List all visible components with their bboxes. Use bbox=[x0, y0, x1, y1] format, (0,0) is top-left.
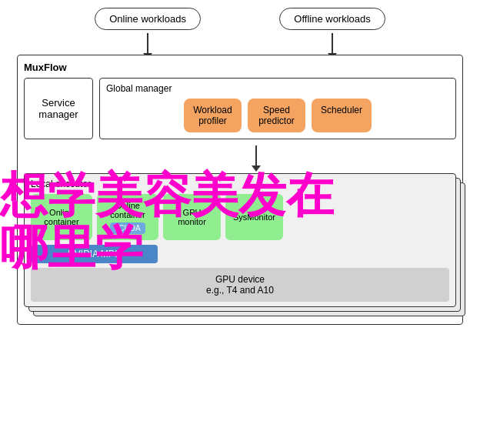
sysmonitor-box: SysMonitor bbox=[225, 194, 283, 240]
offline-arrow bbox=[332, 33, 333, 55]
service-manager-box: Service manager bbox=[24, 78, 93, 139]
stack-wrapper: Local executor Onlinecontainer Onlinecon… bbox=[24, 173, 456, 307]
nvidia-mps-bar: NVIDIA MPS bbox=[31, 245, 158, 263]
global-manager-label: Global manager bbox=[106, 83, 449, 94]
executor-items-row: Onlinecontainer Onlinecontainer xCUDA GP… bbox=[31, 194, 449, 240]
gpu-device-line1: GPU device bbox=[37, 274, 443, 285]
gpu-monitor-box: GPUmonitor bbox=[163, 194, 221, 240]
muxflow-label: MuxFlow bbox=[24, 62, 456, 73]
online-container-1: Onlinecontainer bbox=[31, 194, 92, 240]
online-container-2: Onlinecontainer xCUDA bbox=[97, 194, 158, 240]
diagram-container: Online workloads Offline workloads MuxFl… bbox=[17, 8, 463, 325]
scheduler-box: Scheduler bbox=[312, 99, 372, 132]
gpu-device-line2: e.g., T4 and A10 bbox=[37, 285, 443, 296]
global-manager-box: Global manager Workloadprofiler Speedpre… bbox=[99, 78, 456, 139]
online-workloads-pill: Online workloads bbox=[95, 8, 201, 30]
xcuda-badge: xCUDA bbox=[110, 222, 145, 234]
gpu-device-box: GPU device e.g., T4 and A10 bbox=[31, 268, 449, 302]
muxflow-box: MuxFlow Service manager Global manager W… bbox=[17, 55, 463, 325]
speed-predictor-box: Speedpredictor bbox=[248, 99, 305, 132]
online-container-2-label: Onlinecontainer bbox=[110, 201, 145, 219]
local-executor-box: Local executor Onlinecontainer Onlinecon… bbox=[24, 173, 456, 307]
middle-arrow bbox=[24, 145, 456, 167]
sysmonitor-label: SysMonitor bbox=[233, 212, 275, 222]
global-manager-items: Workloadprofiler Speedpredictor Schedule… bbox=[106, 99, 449, 132]
workload-profiler-box: Workloadprofiler bbox=[184, 99, 242, 132]
offline-workloads-pill: Offline workloads bbox=[279, 8, 385, 30]
online-container-1-label: Onlinecontainer bbox=[44, 208, 78, 226]
online-workload-col: Online workloads bbox=[95, 8, 201, 55]
service-to-executor-arrow bbox=[255, 145, 257, 167]
top-labels-row: Online workloads Offline workloads bbox=[17, 8, 463, 55]
gpu-monitor-label: GPUmonitor bbox=[178, 208, 206, 226]
online-arrow bbox=[147, 33, 148, 55]
local-executor-label: Local executor bbox=[31, 179, 449, 189]
service-manager-label: Service manager bbox=[31, 97, 86, 120]
offline-workload-col: Offline workloads bbox=[279, 8, 385, 55]
top-section: Service manager Global manager Workloadp… bbox=[24, 78, 456, 139]
